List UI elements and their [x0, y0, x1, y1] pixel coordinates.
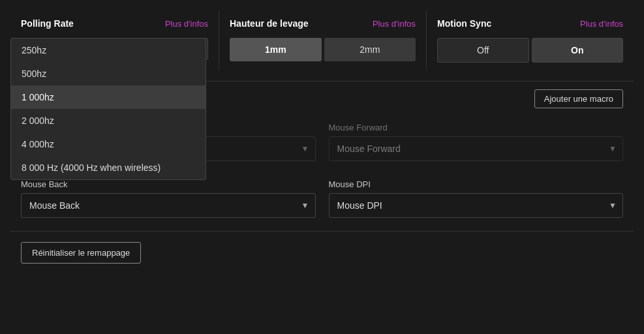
motion-sync-off-button[interactable]: Off — [437, 38, 529, 63]
motion-sync-on-button[interactable]: On — [532, 38, 624, 63]
main-container: Polling Rate Plus d'infos 1 000hz ▼ 250h… — [0, 0, 644, 284]
hauteur-levage-header: Hauteur de levage Plus d'infos — [230, 18, 416, 29]
mouse-forward-select-top[interactable]: Mouse Forward — [329, 136, 624, 161]
polling-rate-link[interactable]: Plus d'infos — [165, 19, 208, 29]
dropdown-item-250hz[interactable]: 250hz — [11, 38, 206, 62]
dropdown-item-4000hz[interactable]: 4 000hz — [11, 132, 206, 156]
mouse-back-select-wrapper[interactable]: Mouse Back ▼ — [21, 193, 316, 218]
polling-rate-header: Polling Rate Plus d'infos — [21, 18, 208, 29]
motion-sync-panel: Motion Sync Plus d'infos Off On — [427, 10, 634, 70]
hauteur-levage-toggle-group: 1mm 2mm — [230, 38, 416, 61]
top-panels: Polling Rate Plus d'infos 1 000hz ▼ 250h… — [10, 10, 634, 82]
dropdown-item-2000hz[interactable]: 2 000hz — [11, 109, 206, 132]
mouse-back-dpi-row: Mouse Back Mouse Back ▼ Mouse DPI Mouse … — [21, 174, 623, 223]
dropdown-item-1000hz[interactable]: 1 000hz — [11, 85, 206, 109]
mouse-forward-item-top: Mouse Forward Mouse Forward ▼ — [329, 123, 624, 161]
polling-rate-panel: Polling Rate Plus d'infos 1 000hz ▼ 250h… — [10, 10, 219, 70]
mouse-forward-label-top: Mouse Forward — [329, 123, 624, 132]
mouse-back-label: Mouse Back — [21, 179, 316, 189]
mouse-dpi-select-wrapper[interactable]: Mouse DPI ▼ — [329, 193, 624, 218]
mouse-dpi-item: Mouse DPI Mouse DPI ▼ — [329, 179, 624, 218]
dropdown-item-8000hz[interactable]: 8 000 Hz (4000 Hz when wireless) — [11, 156, 206, 179]
mouse-dpi-label: Mouse DPI — [329, 179, 624, 189]
hauteur-levage-panel: Hauteur de levage Plus d'infos 1mm 2mm — [219, 10, 427, 70]
mouse-forward-select-wrapper-top[interactable]: Mouse Forward ▼ — [329, 136, 624, 161]
polling-rate-title: Polling Rate — [21, 18, 74, 29]
motion-sync-toggle-group: Off On — [437, 38, 623, 63]
bottom-bar: Réinitialiser le remappage — [10, 232, 634, 274]
polling-rate-dropdown[interactable]: 250hz 500hz 1 000hz 2 000hz 4 000hz 8 00… — [10, 38, 206, 180]
hauteur-levage-title: Hauteur de levage — [230, 18, 309, 29]
mouse-back-select[interactable]: Mouse Back — [21, 193, 316, 218]
add-macro-button[interactable]: Ajouter une macro — [534, 89, 623, 108]
reset-remapping-button[interactable]: Réinitialiser le remappage — [21, 242, 141, 264]
hauteur-levage-link[interactable]: Plus d'infos — [373, 19, 416, 29]
hauteur-1mm-button[interactable]: 1mm — [230, 38, 322, 61]
hauteur-2mm-button[interactable]: 2mm — [324, 38, 416, 61]
motion-sync-header: Motion Sync Plus d'infos — [437, 18, 623, 29]
mouse-back-item: Mouse Back Mouse Back ▼ — [21, 179, 316, 218]
mouse-dpi-select[interactable]: Mouse DPI — [329, 193, 624, 218]
motion-sync-link[interactable]: Plus d'infos — [580, 19, 623, 29]
dropdown-item-500hz[interactable]: 500hz — [11, 62, 206, 85]
motion-sync-title: Motion Sync — [437, 18, 491, 29]
